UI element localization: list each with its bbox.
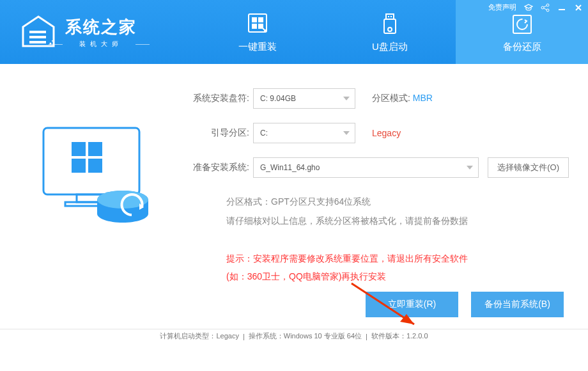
svg-rect-12 [388,16,389,17]
disk-select[interactable]: C: 9.04GB [253,88,355,109]
warning-text: 提示：安装程序需要修改系统重要位置，请退出所有安全软件 (如：360卫士，QQ电… [226,249,569,285]
svg-rect-7 [252,17,257,22]
partition-mode-label: 分区模式: MBR [372,93,433,104]
svg-rect-11 [386,14,394,19]
image-value: G_Win11_64.gho [260,163,320,172]
svg-line-21 [544,6,546,7]
usb-icon [377,12,403,37]
svg-rect-30 [88,142,102,156]
svg-rect-32 [88,159,102,173]
tab-usb[interactable]: U盘启动 [324,0,456,64]
hint-line2: 请仔细核对以上信息，系统分区将被格式化，请提前备份数据 [226,211,569,230]
disclaimer-link[interactable]: 免责声明 [488,3,516,12]
statusbar: 计算机启动类型：Legacy | 操作系统：Windows 10 专业版 64位… [0,329,588,343]
svg-rect-31 [72,159,86,173]
svg-point-4 [52,40,53,42]
image-select[interactable]: G_Win11_64.gho [253,157,479,178]
row-disk: 系统安装盘符: C: 9.04GB 分区模式: MBR [179,88,569,109]
svg-rect-2 [29,41,46,43]
content: 系统安装盘符: C: 9.04GB 分区模式: MBR 引导分区: C: Leg… [0,64,588,292]
hint-line1: 分区格式：GPT分区只支持64位系统 [226,192,569,211]
chevron-down-icon [343,131,350,135]
tab-label: 一键重装 [238,41,277,53]
header: 系统之家 装机大师 一键重装 U盘启动 [0,0,588,64]
windows-badge-icon [245,12,270,37]
graduation-icon[interactable] [524,3,533,12]
status-os: 操作系统：Windows 10 专业版 64位 [249,331,362,341]
svg-rect-9 [252,24,257,29]
minimize-icon[interactable] [557,3,566,12]
actions: 立即重装(R) 备份当前系统(B) [0,292,588,329]
backup-icon [509,12,535,37]
svg-rect-0 [29,31,46,33]
boot-label: 引导分区: [179,127,249,139]
logo-title: 系统之家 [65,16,137,38]
svg-point-18 [546,4,549,6]
svg-rect-29 [72,142,86,156]
row-image: 准备安装系统: G_Win11_64.gho 选择镜像文件(O) [179,157,569,178]
hint-text: 分区格式：GPT分区只支持64位系统 请仔细核对以上信息，系统分区将被格式化，请… [226,192,569,230]
choose-image-button[interactable]: 选择镜像文件(O) [488,157,569,178]
row-boot: 引导分区: C: Legacy [179,123,569,143]
status-version: 软件版本：1.2.0.0 [371,331,428,341]
backup-button[interactable]: 备份当前系统(B) [471,292,564,317]
logo-subtitle: 装机大师 [65,40,137,49]
disk-value: C: 9.04GB [260,94,296,103]
svg-rect-1 [29,36,46,38]
svg-point-15 [388,28,392,31]
chevron-down-icon [467,166,473,170]
svg-rect-8 [258,17,263,22]
partition-mode-value: MBR [413,93,433,103]
form-area: 系统安装盘符: C: 9.04GB 分区模式: MBR 引导分区: C: Leg… [173,88,569,285]
logo-area: 系统之家 装机大师 [0,0,192,64]
share-icon[interactable] [541,3,550,12]
tab-label: U盘启动 [372,41,408,53]
svg-point-20 [546,9,549,12]
warning-line2: (如：360卫士，QQ电脑管家)再执行安装 [226,267,569,285]
boot-mode-value: Legacy [372,128,401,138]
tab-reinstall[interactable]: 一键重装 [192,0,324,64]
svg-rect-13 [391,16,392,17]
status-boot-type: 计算机启动类型：Legacy [160,331,238,341]
tab-label: 备份还原 [503,41,541,53]
illustration [19,120,173,285]
reinstall-button[interactable]: 立即重装(R) [366,292,458,317]
warning-line1: 提示：安装程序需要修改系统重要位置，请退出所有安全软件 [226,249,569,267]
svg-rect-16 [513,15,531,33]
boot-value: C: [260,129,268,138]
disk-label: 系统安装盘符: [179,93,249,104]
boot-select[interactable]: C: [253,123,355,143]
image-label: 准备安装系统: [179,162,249,173]
svg-point-19 [541,6,544,9]
window-controls: 免责声明 [488,3,583,12]
svg-line-22 [544,8,546,10]
chevron-down-icon [343,97,350,100]
close-icon[interactable] [574,3,583,12]
